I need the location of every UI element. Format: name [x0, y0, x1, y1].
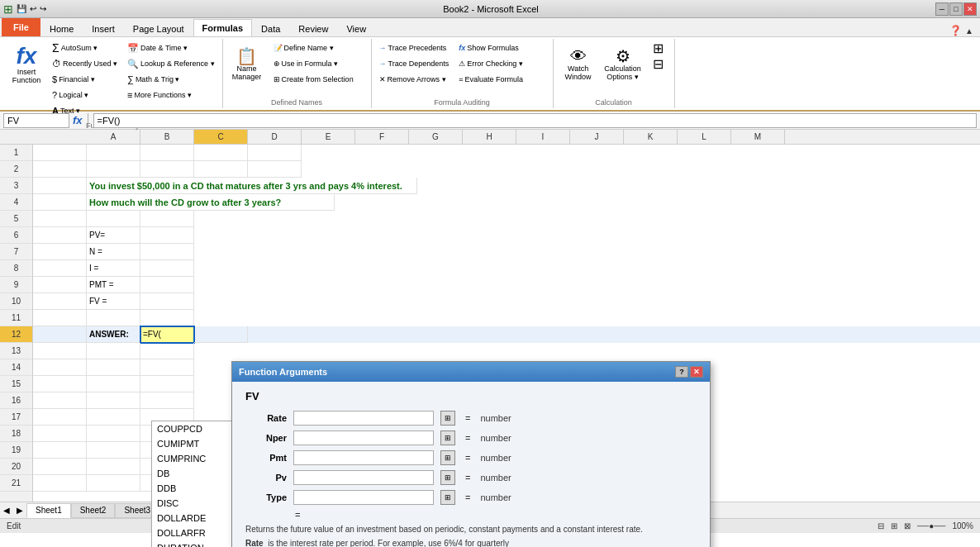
- math-trig-btn[interactable]: ∑ Math & Trig ▾: [123, 72, 219, 87]
- name-box[interactable]: [3, 113, 69, 128]
- cell-a3[interactable]: [33, 178, 87, 194]
- cell-b19[interactable]: [87, 442, 140, 459]
- nper-ref-btn[interactable]: ⊞: [440, 430, 455, 445]
- col-header-i[interactable]: I: [516, 130, 570, 144]
- trace-dependents-btn[interactable]: → Trace Dependents: [375, 56, 454, 71]
- date-time-btn[interactable]: 📅 Date & Time ▾: [123, 40, 219, 55]
- row-num-17[interactable]: 17: [0, 409, 32, 426]
- sheet-nav-next[interactable]: ▶: [13, 506, 26, 515]
- pv-ref-btn[interactable]: ⊞: [440, 470, 455, 485]
- cell-b7[interactable]: N =: [87, 244, 140, 260]
- layout-page-icon[interactable]: ⊞: [891, 521, 897, 530]
- insert-function-btn[interactable]: fx InsertFunction: [7, 40, 46, 88]
- row-num-11[interactable]: 11: [0, 310, 32, 326]
- cell-c14[interactable]: [140, 359, 194, 376]
- calc-now-btn[interactable]: ⊞: [646, 40, 671, 55]
- lookup-ref-btn[interactable]: 🔍 Lookup & Reference ▾: [123, 56, 219, 71]
- tab-file[interactable]: File: [2, 18, 40, 36]
- cell-b18[interactable]: [87, 426, 140, 442]
- cell-a9[interactable]: [33, 277, 87, 293]
- col-header-c[interactable]: C: [194, 130, 248, 144]
- quick-save-btn[interactable]: 💾: [17, 4, 26, 13]
- type-input[interactable]: [293, 490, 434, 505]
- cell-a20[interactable]: [33, 459, 87, 475]
- cell-b21[interactable]: [87, 475, 140, 492]
- create-selection-btn[interactable]: ⊞ Create from Selection: [269, 72, 358, 87]
- cell-a21[interactable]: [33, 475, 87, 492]
- pmt-input[interactable]: [293, 450, 434, 465]
- dialog-help-btn[interactable]: ?: [675, 366, 688, 378]
- cell-a13[interactable]: [33, 343, 87, 359]
- row-num-6[interactable]: 6: [0, 227, 32, 244]
- logical-btn[interactable]: ? Logical ▾: [48, 88, 121, 102]
- row-num-1[interactable]: 1: [0, 145, 32, 161]
- cell-b9[interactable]: PMT =: [87, 277, 140, 293]
- layout-normal-icon[interactable]: ⊟: [878, 521, 884, 530]
- show-formulas-btn[interactable]: fx Show Formulas: [454, 40, 527, 55]
- cell-b6[interactable]: PV=: [87, 227, 140, 244]
- cell-a7[interactable]: [33, 244, 87, 260]
- restore-btn[interactable]: □: [949, 2, 963, 16]
- redo-btn[interactable]: ↪: [40, 4, 46, 13]
- cell-c7[interactable]: [140, 244, 194, 260]
- calc-options-btn[interactable]: ⚙ CalculationOptions ▾: [602, 40, 645, 88]
- minimize-btn[interactable]: ─: [935, 2, 949, 16]
- row-num-16[interactable]: 16: [0, 392, 32, 409]
- cell-a4[interactable]: [33, 194, 87, 211]
- cell-b5[interactable]: [87, 211, 140, 227]
- autosum-btn[interactable]: Σ AutoSum ▾: [48, 40, 121, 55]
- cell-c6[interactable]: [140, 227, 194, 244]
- cell-a19[interactable]: [33, 442, 87, 459]
- rate-ref-btn[interactable]: ⊞: [440, 411, 455, 426]
- cell-b15[interactable]: [87, 376, 140, 392]
- layout-break-icon[interactable]: ⊠: [904, 521, 911, 530]
- row-num-7[interactable]: 7: [0, 244, 32, 260]
- cell-c12[interactable]: =FV(: [140, 326, 194, 343]
- cell-b3[interactable]: You invest $50,000 in a CD that matures …: [87, 178, 417, 194]
- type-ref-btn[interactable]: ⊞: [440, 490, 455, 505]
- tab-data[interactable]: Data: [252, 20, 289, 36]
- row-num-21[interactable]: 21: [0, 475, 32, 492]
- cell-a5[interactable]: [33, 211, 87, 227]
- cell-b11[interactable]: [87, 310, 140, 326]
- row-num-4[interactable]: 4: [0, 194, 32, 211]
- cell-c16[interactable]: [140, 392, 194, 409]
- col-header-a[interactable]: A: [87, 130, 140, 144]
- cell-d12[interactable]: [194, 326, 248, 343]
- cell-b4[interactable]: How much will the CD grow to after 3 yea…: [87, 194, 335, 211]
- col-header-j[interactable]: J: [570, 130, 624, 144]
- row-num-14[interactable]: 14: [0, 359, 32, 376]
- tab-formulas[interactable]: Formulas: [193, 19, 253, 36]
- row-num-9[interactable]: 9: [0, 277, 32, 293]
- row-num-12[interactable]: 12: [0, 326, 32, 343]
- cell-a17[interactable]: [33, 409, 87, 426]
- row-num-5[interactable]: 5: [0, 211, 32, 227]
- cell-e1[interactable]: [248, 145, 302, 161]
- cell-a15[interactable]: [33, 376, 87, 392]
- cell-b13[interactable]: [87, 343, 140, 359]
- more-functions-btn[interactable]: ≡ More Functions ▾: [123, 88, 219, 102]
- cell-a18[interactable]: [33, 426, 87, 442]
- undo-btn[interactable]: ↩: [30, 4, 36, 13]
- sheet-tab-sheet2[interactable]: Sheet2: [71, 503, 116, 518]
- row-num-13[interactable]: 13: [0, 343, 32, 359]
- cell-b2[interactable]: [87, 161, 140, 178]
- tab-insert[interactable]: Insert: [83, 20, 124, 36]
- cell-a2[interactable]: [33, 161, 87, 178]
- use-in-formula-btn[interactable]: ⊕ Use in Formula ▾: [269, 56, 358, 71]
- sheet-tab-sheet1[interactable]: Sheet1: [26, 503, 71, 518]
- row-num-18[interactable]: 18: [0, 426, 32, 442]
- pv-input[interactable]: [293, 470, 434, 485]
- cell-a11[interactable]: [33, 310, 87, 326]
- tab-page-layout[interactable]: Page Layout: [124, 20, 193, 36]
- cell-b8[interactable]: I =: [87, 260, 140, 277]
- col-header-f[interactable]: F: [355, 130, 409, 144]
- financial-btn[interactable]: $ Financial ▾: [48, 72, 121, 87]
- col-header-k[interactable]: K: [624, 130, 678, 144]
- cell-a12[interactable]: [33, 326, 87, 343]
- col-header-h[interactable]: H: [463, 130, 516, 144]
- watch-window-btn[interactable]: 👁 WatchWindow: [557, 40, 600, 88]
- col-header-l[interactable]: L: [678, 130, 731, 144]
- trace-precedents-btn[interactable]: → Trace Precedents: [375, 40, 454, 55]
- cell-c13[interactable]: [140, 343, 194, 359]
